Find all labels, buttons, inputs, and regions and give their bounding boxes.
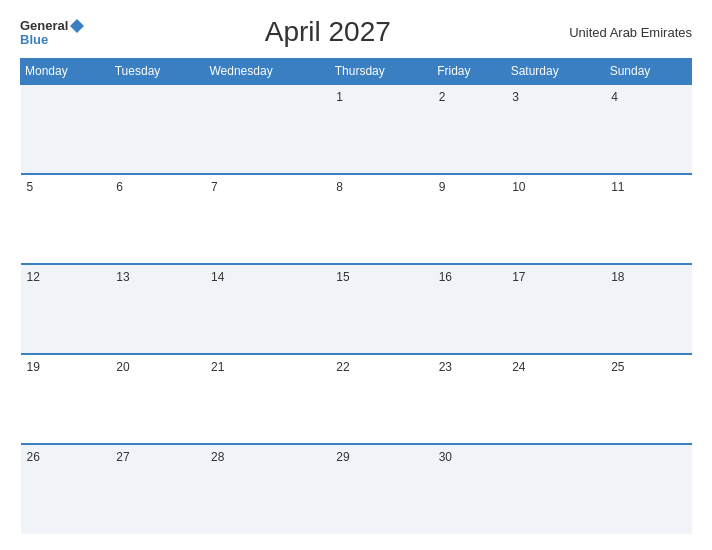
calendar-cell: 1 bbox=[330, 84, 432, 174]
calendar-cell: 29 bbox=[330, 444, 432, 534]
day-number: 23 bbox=[439, 360, 452, 374]
day-number: 2 bbox=[439, 90, 446, 104]
logo-triangle-icon bbox=[69, 18, 85, 34]
logo-general-text: General bbox=[20, 19, 68, 32]
calendar-cell: 15 bbox=[330, 264, 432, 354]
calendar-week-row: 1234 bbox=[21, 84, 692, 174]
col-wednesday: Wednesday bbox=[205, 59, 330, 85]
calendar-cell: 14 bbox=[205, 264, 330, 354]
day-number: 13 bbox=[116, 270, 129, 284]
logo-blue-text: Blue bbox=[20, 32, 48, 47]
day-number: 15 bbox=[336, 270, 349, 284]
calendar-cell: 25 bbox=[605, 354, 691, 444]
calendar-cell: 27 bbox=[110, 444, 205, 534]
calendar-title: April 2027 bbox=[86, 16, 569, 48]
day-number: 10 bbox=[512, 180, 525, 194]
calendar-cell: 9 bbox=[433, 174, 507, 264]
day-number: 4 bbox=[611, 90, 618, 104]
day-number: 27 bbox=[116, 450, 129, 464]
col-tuesday: Tuesday bbox=[110, 59, 205, 85]
col-saturday: Saturday bbox=[506, 59, 605, 85]
day-number: 29 bbox=[336, 450, 349, 464]
calendar-header-row: Monday Tuesday Wednesday Thursday Friday… bbox=[21, 59, 692, 85]
col-thursday: Thursday bbox=[330, 59, 432, 85]
day-number: 8 bbox=[336, 180, 343, 194]
day-number: 18 bbox=[611, 270, 624, 284]
calendar-cell: 12 bbox=[21, 264, 111, 354]
calendar-cell: 19 bbox=[21, 354, 111, 444]
calendar-cell: 10 bbox=[506, 174, 605, 264]
calendar-cell: 11 bbox=[605, 174, 691, 264]
calendar-week-row: 19202122232425 bbox=[21, 354, 692, 444]
calendar-cell: 16 bbox=[433, 264, 507, 354]
calendar-cell: 2 bbox=[433, 84, 507, 174]
calendar-cell: 17 bbox=[506, 264, 605, 354]
calendar-table: Monday Tuesday Wednesday Thursday Friday… bbox=[20, 58, 692, 534]
calendar-cell: 30 bbox=[433, 444, 507, 534]
calendar-cell: 13 bbox=[110, 264, 205, 354]
logo: General Blue bbox=[20, 18, 86, 47]
day-number: 9 bbox=[439, 180, 446, 194]
calendar-cell: 20 bbox=[110, 354, 205, 444]
col-friday: Friday bbox=[433, 59, 507, 85]
calendar-cell bbox=[605, 444, 691, 534]
calendar-cell bbox=[205, 84, 330, 174]
day-number: 30 bbox=[439, 450, 452, 464]
calendar-page: General Blue April 2027 United Arab Emir… bbox=[0, 0, 712, 550]
svg-marker-0 bbox=[70, 19, 84, 33]
calendar-cell bbox=[21, 84, 111, 174]
calendar-cell: 18 bbox=[605, 264, 691, 354]
calendar-cell bbox=[110, 84, 205, 174]
day-number: 21 bbox=[211, 360, 224, 374]
calendar-cell: 7 bbox=[205, 174, 330, 264]
calendar-cell: 8 bbox=[330, 174, 432, 264]
country-label: United Arab Emirates bbox=[569, 25, 692, 40]
day-number: 5 bbox=[27, 180, 34, 194]
day-number: 26 bbox=[27, 450, 40, 464]
col-monday: Monday bbox=[21, 59, 111, 85]
day-number: 28 bbox=[211, 450, 224, 464]
calendar-header: General Blue April 2027 United Arab Emir… bbox=[20, 16, 692, 48]
calendar-cell: 22 bbox=[330, 354, 432, 444]
calendar-cell: 23 bbox=[433, 354, 507, 444]
calendar-week-row: 567891011 bbox=[21, 174, 692, 264]
day-number: 11 bbox=[611, 180, 624, 194]
calendar-cell: 3 bbox=[506, 84, 605, 174]
calendar-cell: 26 bbox=[21, 444, 111, 534]
day-number: 6 bbox=[116, 180, 123, 194]
day-number: 24 bbox=[512, 360, 525, 374]
day-number: 20 bbox=[116, 360, 129, 374]
calendar-week-row: 12131415161718 bbox=[21, 264, 692, 354]
calendar-cell: 6 bbox=[110, 174, 205, 264]
day-number: 19 bbox=[27, 360, 40, 374]
day-number: 22 bbox=[336, 360, 349, 374]
calendar-cell: 4 bbox=[605, 84, 691, 174]
col-sunday: Sunday bbox=[605, 59, 691, 85]
calendar-cell: 24 bbox=[506, 354, 605, 444]
calendar-cell: 21 bbox=[205, 354, 330, 444]
day-number: 25 bbox=[611, 360, 624, 374]
day-number: 3 bbox=[512, 90, 519, 104]
day-number: 1 bbox=[336, 90, 343, 104]
calendar-cell bbox=[506, 444, 605, 534]
calendar-week-row: 2627282930 bbox=[21, 444, 692, 534]
day-number: 14 bbox=[211, 270, 224, 284]
day-number: 16 bbox=[439, 270, 452, 284]
day-number: 12 bbox=[27, 270, 40, 284]
calendar-cell: 28 bbox=[205, 444, 330, 534]
calendar-cell: 5 bbox=[21, 174, 111, 264]
day-number: 17 bbox=[512, 270, 525, 284]
day-number: 7 bbox=[211, 180, 218, 194]
